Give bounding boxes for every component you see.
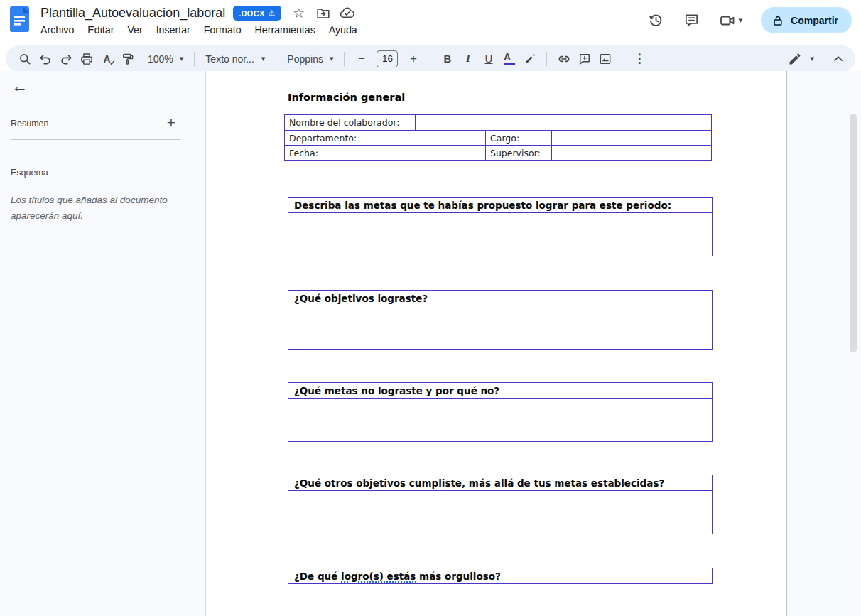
undo-button[interactable] (35, 48, 55, 69)
info-table[interactable]: Nombre del colaborador: Departamento: Ca… (284, 114, 712, 161)
answer-area[interactable] (288, 399, 713, 442)
table-cell-empty[interactable] (415, 115, 711, 130)
cloud-saved-icon[interactable] (339, 5, 356, 22)
share-button[interactable]: Compartir (761, 7, 852, 33)
redo-button[interactable] (55, 48, 76, 69)
menu-formato[interactable]: Formato (204, 24, 242, 36)
video-camera-icon (719, 12, 736, 29)
question-box-3: ¿Qué metas no lograste y por qué no? (288, 382, 713, 442)
insert-image-button[interactable] (595, 48, 615, 69)
outline-hint: Los títulos que añadas al documento apar… (11, 193, 185, 225)
header-actions: ▾ Compartir (648, 7, 852, 33)
decrease-font-size-button[interactable]: − (351, 48, 372, 69)
menu-herramientas[interactable]: Herramientas (255, 24, 315, 36)
question-title[interactable]: Describa las metas que te habías propues… (288, 197, 713, 213)
docs-logo-icon[interactable] (10, 6, 29, 32)
table-cell-label[interactable]: Supervisor: (485, 146, 551, 160)
version-history-icon[interactable] (648, 12, 665, 29)
title-row: Plantilla_Autoevaluacion_laboral .DOCX ⚠… (40, 4, 357, 22)
star-icon[interactable]: ☆ (291, 5, 308, 22)
zoom-value: 100% (148, 53, 173, 65)
table-cell-label[interactable]: Departamento: (285, 131, 374, 145)
spellcheck-button[interactable]: A✓ (97, 48, 117, 69)
add-summary-button[interactable]: + (162, 113, 180, 131)
question-title[interactable]: ¿Qué metas no lograste y por qué no? (288, 382, 713, 399)
italic-button[interactable]: I (457, 48, 478, 69)
increase-font-size-button[interactable]: + (403, 48, 423, 69)
question-title-suffix: más orgulloso? (416, 571, 501, 582)
toolbar-divider (546, 52, 547, 66)
lock-icon (771, 14, 784, 27)
font-size-input[interactable]: 16 (377, 50, 398, 67)
table-cell-empty[interactable] (551, 131, 711, 145)
editing-mode-select[interactable]: ▾ (784, 48, 814, 69)
document-canvas: Información general Nombre del colaborad… (207, 71, 861, 616)
toolbar: A✓ 100% ▾ Texto nor... ▾ Poppins ▾ − 16 … (6, 45, 855, 72)
vertical-scrollbar[interactable] (850, 114, 857, 352)
toolbar-divider (276, 52, 276, 66)
highlight-color-button[interactable] (519, 48, 540, 69)
menu-archivo[interactable]: Archivo (40, 24, 74, 36)
table-cell-label[interactable]: Nombre del colaborador: (285, 115, 415, 130)
font-family-select[interactable]: Poppins ▾ (283, 48, 337, 69)
chevron-down-icon: ▾ (261, 55, 266, 63)
answer-area[interactable] (288, 213, 713, 256)
chevron-down-icon: ▾ (180, 55, 184, 63)
hide-menus-button[interactable] (828, 48, 848, 69)
spellcheck-check: ✓ (109, 60, 115, 67)
search-icon[interactable] (14, 48, 35, 69)
video-call-control[interactable]: ▾ (719, 12, 743, 29)
toolbar-right: ▾ (784, 48, 848, 69)
toolbar-divider (344, 52, 345, 66)
question-title[interactable]: ¿Qué objetivos lograste? (288, 290, 713, 306)
workspace: ← Resumen + Esquema Los títulos que añad… (0, 71, 861, 616)
question-box-4: ¿Qué otros objetivos cumpliste, más allá… (288, 475, 713, 534)
question-title[interactable]: ¿De qué logro(s) estás más orgulloso? (288, 568, 713, 584)
paragraph-styles-select[interactable]: Texto nor... ▾ (201, 48, 269, 69)
chevron-down-icon: ▾ (330, 55, 334, 63)
question-title-spellchecked: logro(s) estás (341, 571, 416, 582)
title-block: Plantilla_Autoevaluacion_laboral .DOCX ⚠… (40, 4, 357, 36)
warning-icon: ⚠ (269, 9, 276, 18)
document-page[interactable]: Información general Nombre del colaborad… (207, 71, 787, 616)
table-cell-empty[interactable] (374, 131, 485, 145)
underline-button[interactable]: U (478, 48, 499, 69)
docx-badge[interactable]: .DOCX ⚠ (233, 6, 281, 21)
comments-icon[interactable] (683, 12, 700, 29)
text-color-bar (504, 63, 515, 65)
question-title-prefix: ¿De qué (294, 571, 341, 582)
table-cell-label[interactable]: Fecha: (285, 146, 374, 160)
document-title[interactable]: Plantilla_Autoevaluacion_laboral (40, 6, 225, 21)
insert-link-button[interactable] (553, 48, 574, 69)
move-to-folder-icon[interactable] (315, 5, 332, 22)
bold-button[interactable]: B (437, 48, 457, 69)
menu-ayuda[interactable]: Ayuda (329, 24, 357, 36)
menu-bar: Archivo Editar Ver Insertar Formato Herr… (40, 24, 357, 36)
paint-format-button[interactable] (117, 48, 138, 69)
text-color-button[interactable]: A (499, 48, 519, 69)
table-cell-label[interactable]: Cargo: (485, 131, 551, 145)
more-options-button[interactable]: ⋮ (629, 48, 649, 69)
menu-insertar[interactable]: Insertar (156, 24, 190, 36)
table-row: Nombre del colaborador: (285, 115, 711, 130)
menu-ver[interactable]: Ver (127, 24, 142, 36)
toolbar-divider (430, 52, 430, 66)
summary-label: Resumen (11, 119, 49, 129)
zoom-select[interactable]: 100% ▾ (144, 48, 188, 69)
docs-logo-fold (23, 6, 29, 13)
answer-area[interactable] (288, 306, 713, 350)
table-cell-empty[interactable] (551, 146, 711, 160)
paragraph-style-value: Texto nor... (205, 53, 254, 65)
question-title[interactable]: ¿Qué otros objetivos cumpliste, más allá… (288, 475, 713, 491)
pencil-icon (784, 48, 805, 69)
table-cell-empty[interactable] (374, 146, 485, 160)
answer-area[interactable] (288, 491, 713, 534)
share-button-label: Compartir (791, 15, 838, 26)
outline-label: Esquema (11, 168, 48, 178)
menu-editar[interactable]: Editar (87, 24, 114, 36)
sidebar-divider (11, 139, 180, 140)
print-button[interactable] (76, 48, 97, 69)
add-comment-button[interactable] (574, 48, 595, 69)
close-sidebar-button[interactable]: ← (11, 78, 28, 94)
question-box-5: ¿De qué logro(s) estás más orgulloso? (288, 568, 713, 584)
